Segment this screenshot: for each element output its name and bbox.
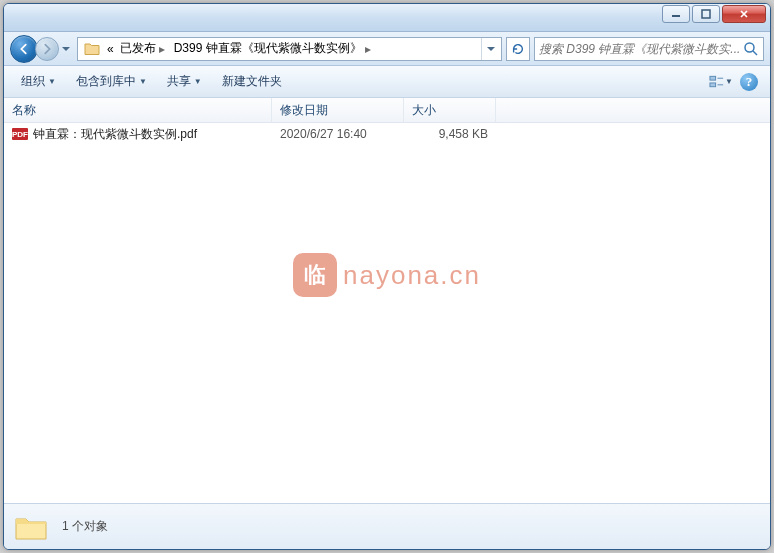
include-in-library-button[interactable]: 包含到库中▼ — [67, 68, 156, 95]
svg-rect-1 — [702, 10, 710, 18]
status-bar: 1 个对象 — [4, 503, 770, 549]
file-name-cell: PDF 钟直霖：现代紫微斗数实例.pdf — [4, 126, 272, 143]
column-name[interactable]: 名称 — [4, 98, 272, 122]
close-button[interactable] — [722, 5, 766, 23]
forward-button[interactable] — [35, 37, 59, 61]
address-bar[interactable]: « 已发布▸ D399 钟直霖《现代紫微斗数实例》▸ — [77, 37, 502, 61]
view-icon — [709, 75, 724, 89]
column-date[interactable]: 修改日期 — [272, 98, 404, 122]
help-icon: ? — [740, 73, 758, 91]
refresh-icon — [511, 42, 525, 56]
nav-bar: « 已发布▸ D399 钟直霖《现代紫微斗数实例》▸ — [4, 32, 770, 66]
address-dropdown[interactable] — [481, 38, 499, 60]
column-headers: 名称 修改日期 大小 — [4, 98, 770, 123]
file-list[interactable]: PDF 钟直霖：现代紫微斗数实例.pdf 2020/6/27 16:40 9,4… — [4, 123, 770, 503]
chevron-down-icon — [62, 47, 70, 51]
organize-button[interactable]: 组织▼ — [12, 68, 65, 95]
column-size[interactable]: 大小 — [404, 98, 496, 122]
search-icon — [743, 41, 759, 57]
nav-history-dropdown[interactable] — [59, 38, 73, 60]
file-size: 9,458 KB — [404, 127, 496, 141]
watermark-badge: 临 — [293, 253, 337, 297]
breadcrumb-parent[interactable]: 已发布▸ — [117, 38, 171, 60]
svg-rect-4 — [710, 76, 716, 80]
window-controls — [662, 5, 766, 23]
watermark: 临 nayona.cn — [293, 253, 481, 297]
file-row[interactable]: PDF 钟直霖：现代紫微斗数实例.pdf 2020/6/27 16:40 9,4… — [4, 123, 770, 145]
status-text: 1 个对象 — [62, 518, 108, 535]
search-box[interactable] — [534, 37, 764, 61]
svg-line-3 — [753, 51, 757, 55]
breadcrumb-prefix[interactable]: « — [104, 38, 117, 60]
chevron-right-icon: ▸ — [362, 42, 374, 56]
chevron-right-icon: ▸ — [156, 42, 168, 56]
help-button[interactable]: ? — [736, 70, 762, 94]
chevron-down-icon: ▼ — [48, 77, 56, 86]
folder-icon — [83, 40, 101, 58]
folder-icon — [14, 512, 48, 542]
chevron-down-icon: ▼ — [725, 77, 733, 86]
chevron-down-icon — [487, 47, 495, 51]
back-button[interactable] — [10, 35, 38, 63]
svg-rect-0 — [672, 15, 680, 17]
svg-rect-5 — [710, 82, 716, 86]
explorer-window: « 已发布▸ D399 钟直霖《现代紫微斗数实例》▸ 组织▼ 包含到库中▼ 共享… — [3, 3, 771, 550]
chevron-down-icon: ▼ — [194, 77, 202, 86]
chevron-down-icon: ▼ — [139, 77, 147, 86]
file-date: 2020/6/27 16:40 — [272, 127, 404, 141]
minimize-button[interactable] — [662, 5, 690, 23]
toolbar: 组织▼ 包含到库中▼ 共享▼ 新建文件夹 ▼ ? — [4, 66, 770, 98]
file-name: 钟直霖：现代紫微斗数实例.pdf — [33, 126, 197, 143]
view-options-button[interactable]: ▼ — [708, 70, 734, 94]
watermark-text: nayona.cn — [343, 260, 481, 291]
maximize-button[interactable] — [692, 5, 720, 23]
refresh-button[interactable] — [506, 37, 530, 61]
pdf-icon: PDF — [12, 128, 28, 140]
svg-point-2 — [745, 43, 754, 52]
nav-buttons — [10, 35, 73, 63]
search-input[interactable] — [539, 42, 743, 56]
titlebar — [4, 4, 770, 32]
breadcrumb-current[interactable]: D399 钟直霖《现代紫微斗数实例》▸ — [171, 38, 377, 60]
share-button[interactable]: 共享▼ — [158, 68, 211, 95]
new-folder-button[interactable]: 新建文件夹 — [213, 68, 291, 95]
